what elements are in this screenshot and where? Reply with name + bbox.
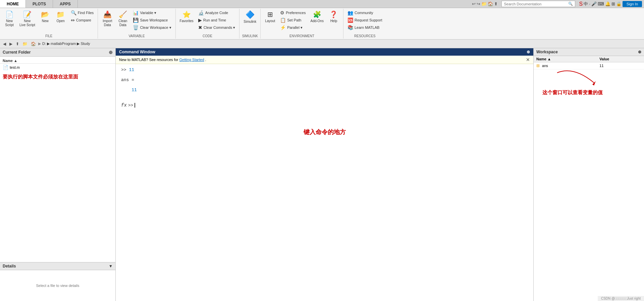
variable-button[interactable]: 📊 Variable ▾: [131, 9, 173, 16]
command-window-content[interactable]: >> 11 ans = 11 fx >> 键入命令的地方: [116, 64, 533, 301]
file-ribbon-items: 📄 NewScript 📝 NewLive Script 📂 New 📁 Ope…: [2, 9, 96, 38]
open-button[interactable]: 📁 Open: [53, 9, 68, 24]
compare-button[interactable]: ⇔ Compare: [69, 17, 96, 23]
search-bar: 🔍: [501, 1, 575, 7]
ribbon-group-environment: ⊞ Layout ⚙ Preferences 📋 Set Path ⚡ Para…: [261, 9, 343, 39]
browse-button[interactable]: 📁: [21, 41, 29, 47]
name-col-header: Name ▲: [3, 59, 17, 63]
cn-icon-8[interactable]: 🔒: [616, 1, 622, 6]
cn-icon-6[interactable]: 🔔: [605, 1, 610, 6]
current-folder-expand[interactable]: ⊕: [109, 50, 113, 55]
request-support-button[interactable]: 🆘 Request Support: [345, 17, 384, 23]
home-dir-icon[interactable]: 🏠: [488, 1, 493, 6]
folder-col-header: Name ▲: [0, 58, 115, 64]
file-group-label: FILE: [0, 34, 98, 38]
folder-icon[interactable]: 📁: [481, 1, 487, 6]
cn-icon-5[interactable]: ⌨: [598, 1, 604, 6]
preferences-button[interactable]: ⚙ Preferences: [278, 9, 308, 16]
right-panel: Workspace ⊕ Name ▲ Value ⊞ ans 11: [533, 48, 644, 301]
up-icon[interactable]: ⬆: [494, 1, 498, 6]
home-dir-btn[interactable]: 🏠: [30, 41, 37, 47]
new-script-icon: 📄: [5, 10, 14, 18]
cn-icon-3[interactable]: ·: [589, 1, 590, 6]
add-ons-button[interactable]: 🧩 Add-Ons: [308, 9, 325, 24]
new-script-button[interactable]: 📄 NewScript: [2, 9, 17, 28]
new-live-script-button[interactable]: 📝 NewLive Script: [17, 9, 37, 28]
find-files-button[interactable]: 🔍 Find Files: [69, 9, 96, 16]
cn-icon-4[interactable]: 🎤: [591, 1, 597, 6]
variable-icon: 📊: [133, 10, 139, 15]
search-input[interactable]: [504, 2, 568, 6]
address-bar: ◀ ▶ ⬆ 📁 🏠 ▶ D: ▶ matlabProgram ▶ Study: [0, 40, 644, 48]
cmd-line-3: 11: [121, 87, 528, 93]
tab-apps[interactable]: APPS: [53, 0, 78, 8]
var-value-cell: 11: [597, 62, 644, 69]
layout-icon: ⊞: [267, 10, 273, 18]
community-icon: 👥: [347, 10, 353, 15]
variable-col-right: 📊 Variable ▾ 💾 Save Workspace 🗑️ Clear W…: [131, 9, 173, 36]
layout-button[interactable]: ⊞ Layout: [263, 9, 277, 24]
tab-home[interactable]: HOME: [0, 0, 26, 8]
learn-matlab-icon: 📚: [347, 25, 353, 30]
forward-button[interactable]: ▶: [8, 41, 13, 47]
save-workspace-button[interactable]: 💾 Save Workspace: [131, 17, 173, 23]
cmd-notice-close[interactable]: ✕: [526, 57, 530, 62]
details-header[interactable]: Details ▼: [0, 262, 115, 270]
annotation-arrow: [554, 69, 607, 89]
community-button[interactable]: 👥 Community: [345, 9, 384, 16]
cmd-header-expand[interactable]: ⊕: [527, 50, 530, 54]
center-panel: Command Window ⊕ New to MATLAB? See reso…: [116, 48, 533, 301]
analyze-code-icon: 🔬: [198, 10, 204, 15]
resources-group-label: RESOURCES: [343, 34, 386, 38]
simulink-button[interactable]: 🔷 Simulink: [241, 9, 258, 25]
redo-icon[interactable]: ↪: [477, 1, 480, 6]
cn-icon-2[interactable]: 中: [584, 1, 588, 7]
cmd-line-1: >> 11: [121, 67, 528, 72]
clean-data-button[interactable]: 🧹 CleanData: [115, 9, 130, 28]
list-item[interactable]: 📄 test.m: [0, 64, 115, 71]
undo-icon[interactable]: ↩: [472, 1, 476, 6]
env-col-mid: ⚙ Preferences 📋 Set Path ⚡ Parallel ▾: [278, 9, 308, 36]
run-and-time-icon: ▶: [198, 17, 202, 23]
main-layout: Current Folder ⊕ Name ▲ 📄 test.m 要执行的脚本文…: [0, 48, 644, 301]
left-annotation: 要执行的脚本文件必须放在这里面: [0, 71, 115, 83]
status-bar: CSDN @□□□□□□Just right: [598, 296, 644, 301]
cn-icon-7[interactable]: ⊞: [611, 1, 615, 6]
run-and-time-button[interactable]: ▶ Run and Time: [196, 17, 237, 23]
details-title: Details: [3, 264, 16, 268]
file-name: test.m: [10, 65, 20, 69]
workspace-expand[interactable]: ⊕: [638, 50, 641, 54]
analyze-code-button[interactable]: 🔬 Analyze Code: [196, 9, 237, 16]
getting-started-link[interactable]: Getting Started: [179, 58, 204, 62]
variable-group-label: VARIABLE: [98, 34, 175, 38]
learn-matlab-button[interactable]: 📚 Learn MATLAB: [345, 24, 384, 31]
preferences-icon: ⚙: [280, 10, 284, 15]
help-button[interactable]: ❓ Help: [326, 9, 341, 24]
workspace-name-col: Name ▲: [534, 56, 597, 62]
command-window-header: Command Window ⊕: [116, 48, 533, 56]
signin-button[interactable]: Sign In: [623, 1, 642, 7]
search-icon[interactable]: 🔍: [568, 2, 573, 6]
new-live-script-icon: 📝: [23, 10, 32, 18]
clear-commands-button[interactable]: ✖ Clear Commands ▾: [196, 24, 237, 31]
add-ons-icon: 🧩: [313, 10, 321, 18]
workspace-row[interactable]: ⊞ ans 11: [534, 62, 644, 69]
environment-group-label: ENVIRONMENT: [261, 34, 343, 38]
import-data-button[interactable]: 📥 ImportData: [100, 9, 115, 28]
request-support-icon: 🆘: [347, 17, 353, 23]
tab-plots[interactable]: PLOTS: [26, 0, 53, 8]
code-col-right: 🔬 Analyze Code ▶ Run and Time ✖ Clear Co…: [196, 9, 237, 36]
up-dir-button[interactable]: ⬆: [15, 41, 20, 47]
set-path-button[interactable]: 📋 Set Path: [278, 17, 308, 23]
code-group-label: CODE: [176, 34, 239, 38]
resources-col: 👥 Community 🆘 Request Support 📚 Learn MA…: [345, 9, 384, 36]
clear-workspace-button[interactable]: 🗑️ Clear Workspace ▾: [131, 24, 173, 31]
favorites-button[interactable]: ⭐ Favorites: [178, 9, 196, 24]
simulink-icon: 🔷: [246, 10, 255, 19]
back-button[interactable]: ◀: [2, 41, 7, 47]
cn-icon-1[interactable]: S: [579, 1, 583, 7]
new-button[interactable]: 📂 New: [38, 9, 53, 24]
parallel-button[interactable]: ⚡ Parallel ▾: [278, 24, 308, 31]
var-icon: ⊞: [536, 63, 540, 68]
import-data-icon: 📥: [103, 10, 112, 18]
